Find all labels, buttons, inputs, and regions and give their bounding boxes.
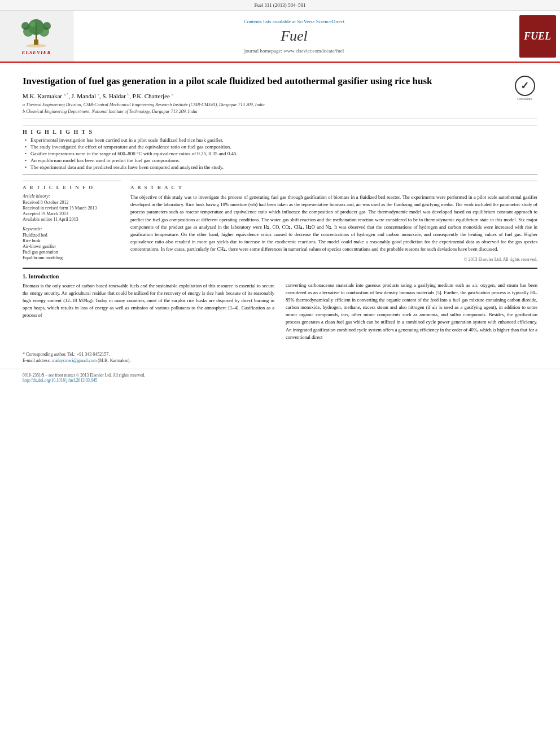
list-item: The experimental data and the predicted … [25,164,537,170]
abstract-section: A B S T R A C T The objective of this st… [130,181,537,261]
keyword-4: Fuel gas generation [23,250,121,255]
journal-center: Contents lists available at SciVerse Sci… [73,11,515,62]
keywords-section: Keywords: Fluidized bed Rice husk Air-bl… [23,226,121,260]
footer-issn: 0016-2361/$ – see front matter © 2013 El… [23,373,145,378]
intro-title: Introduction [28,273,59,279]
keywords-label: Keywords: [23,226,121,231]
svg-point-6 [21,22,29,30]
fuel-logo: FUEL [519,15,556,58]
list-item: The study investigated the effect of tem… [25,144,537,150]
keyword-2: Rice husk [23,238,121,243]
top-bar: Fuel 111 (2013) 584–591 [0,0,560,11]
intro-right-text: converting carbonaceous materials into g… [286,282,537,341]
doi-link[interactable]: http://dx.doi.org/10.1016/j.fuel.2013.03… [23,378,97,383]
page: Fuel 111 (2013) 584–591 ELSEVIER [0,0,560,747]
body-col-right: converting carbonaceous materials into g… [286,273,537,344]
keyword-1: Fluidized bed [23,233,121,238]
journal-homepage: journal homepage: www.elsevier.com/locat… [244,48,344,54]
footer-doi: http://dx.doi.org/10.1016/j.fuel.2013.03… [23,378,145,383]
article-title: Investigation of fuel gas generation in … [23,75,537,88]
abstract-text: The objective of this study was to inves… [130,194,537,253]
elsevier-logo-box: ELSEVIER [0,11,73,62]
intro-number: 1. [23,273,27,279]
list-item: An equilibrium model has been used to pr… [25,158,537,163]
footnote-email-name: (M.K. Karmakar). [98,358,130,363]
svg-point-7 [43,22,51,30]
footnote-star: * Corresponding author. Tel.: +91 343 64… [23,352,537,357]
body-col-left: 1. Introduction Biomass is the only sour… [23,273,274,344]
abstract-label: A B S T R A C T [130,185,537,190]
article-info-col: A R T I C L E I N F O Article history: R… [23,181,121,261]
journal-name: Fuel [281,28,308,45]
keyword-5: Equilibrium modeling [23,255,121,260]
fuel-logo-box: FUEL [515,11,560,62]
authors-line: M.K. Karmakar a,*, J. Mandal a, S. Halda… [23,92,537,99]
affiliation-b: b Chemical Engineering Department, Natio… [23,108,537,115]
elsevier-brand-text: ELSEVIER [21,50,51,55]
list-item: Gasifier temperatures were in the range … [25,151,537,156]
svg-point-1 [26,44,46,47]
article-number: Fuel 111 (2013) 584–591 [254,2,305,8]
highlights-section: H I G H L I G H T S Experimental investi… [23,125,537,175]
body-two-col: 1. Introduction Biomass is the only sour… [23,273,537,344]
body-divider [23,268,537,269]
footnote-section: * Corresponding author. Tel.: +91 343 64… [0,352,560,363]
affiliation-a: a Thermal Engineering Division, CSIR-Cen… [23,102,537,108]
footer-note: 0016-2361/$ – see front matter © 2013 El… [23,373,145,383]
footnote-email: E-mail address: malaycmeri@gmail.com (M.… [23,358,537,363]
date-received: Received 8 October 2012 [23,200,121,205]
article-info-section: A R T I C L E I N F O Article history: R… [23,181,121,260]
svg-point-8 [30,21,36,27]
footnote-email-text: E-mail address: [23,358,52,363]
list-item: Experimental investigation has been carr… [25,137,537,143]
sciverse-link[interactable]: SciVerse ScienceDirect [297,19,344,24]
history-label: Article history: [23,194,121,199]
copyright-line: © 2013 Elsevier Ltd. All rights reserved… [130,257,537,262]
article-info-label: A R T I C L E I N F O [23,185,121,190]
date-accepted: Accepted 19 March 2013 [23,211,121,216]
elsevier-tree-icon [14,17,59,48]
date-revised: Received in revised form 15 March 2013 [23,206,121,211]
crossmark-circle: ✓ [515,76,535,96]
intro-left-text: Biomass is the only source of carbon-bas… [23,282,274,320]
main-content: ✓ CrossMark Investigation of fuel gas ge… [0,63,560,350]
email-link[interactable]: malaycmeri@gmail.com [52,358,97,363]
page-footer: 0016-2361/$ – see front matter © 2013 El… [0,369,560,386]
article-dates: Article history: Received 8 October 2012… [23,194,121,222]
intro-section-title: 1. Introduction [23,273,274,279]
sciverse-text: Contents lists available at SciVerse Sci… [244,19,345,24]
journal-header: ELSEVIER Contents lists available at Sci… [0,11,560,63]
highlights-title: H I G H L I G H T S [23,129,537,135]
abstract-col: A B S T R A C T The objective of this st… [130,181,537,261]
article-title-section: ✓ CrossMark Investigation of fuel gas ge… [23,68,537,119]
crossmark: ✓ CrossMark [512,75,537,101]
keyword-3: Air-blown gasifier [23,244,121,249]
affiliations: a Thermal Engineering Division, CSIR-Cen… [23,102,537,115]
crossmark-label: CrossMark [517,97,532,101]
two-col-info-abstract: A R T I C L E I N F O Article history: R… [23,181,537,261]
highlights-list: Experimental investigation has been carr… [23,137,537,170]
date-online: Available online 11 April 2013 [23,217,121,222]
